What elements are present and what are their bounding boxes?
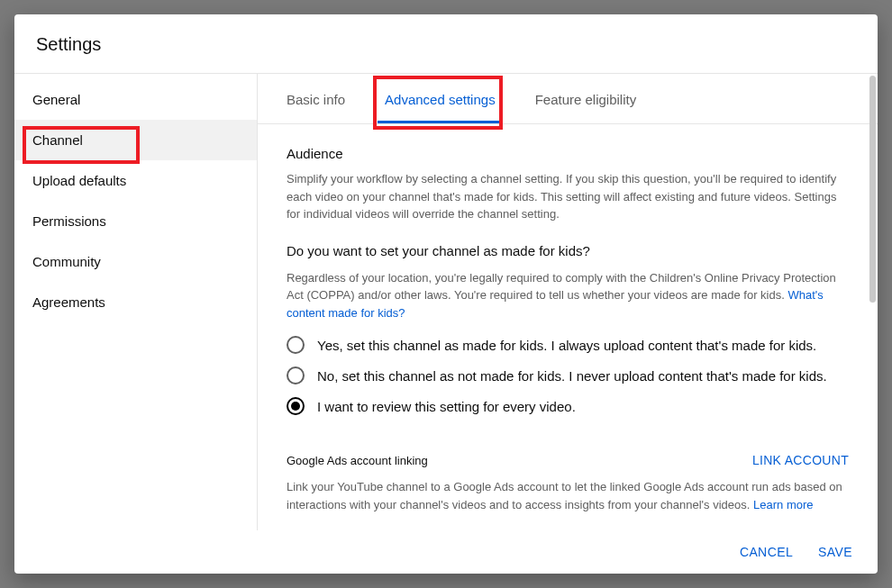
sidebar-item-label: Channel (32, 132, 83, 148)
ads-linking-heading: Google Ads account linking (287, 454, 428, 467)
content-area: Audience Simplify your workflow by selec… (258, 124, 878, 530)
audience-legal-note: Regardless of your location, you're lega… (287, 269, 849, 322)
radio-option-review-each[interactable]: I want to review this setting for every … (287, 397, 849, 415)
settings-dialog: Settings General Channel Upload defaults… (14, 14, 878, 574)
sidebar-item-label: Permissions (32, 213, 106, 229)
tab-label: Feature eligibility (535, 92, 637, 107)
dialog-title: Settings (36, 34, 856, 55)
sidebar-item-label: Community (32, 254, 101, 269)
audience-question: Do you want to set your channel as made … (287, 243, 849, 258)
sidebar-item-label: General (32, 92, 80, 107)
learn-more-link[interactable]: Learn more (753, 498, 813, 511)
sidebar-item-agreements[interactable]: Agreements (14, 282, 257, 322)
radio-label: I want to review this setting for every … (317, 399, 576, 414)
audience-heading: Audience (287, 146, 849, 161)
dialog-footer: CANCEL SAVE (14, 530, 878, 574)
radio-option-yes-for-kids[interactable]: Yes, set this channel as made for kids. … (287, 336, 849, 354)
sidebar-item-label: Agreements (32, 294, 105, 310)
sidebar-item-upload-defaults[interactable]: Upload defaults (14, 160, 257, 201)
radio-icon (287, 366, 305, 384)
sidebar-item-permissions[interactable]: Permissions (14, 201, 257, 241)
radio-label: No, set this channel as not made for kid… (317, 368, 827, 384)
tabs: Basic info Advanced settings Feature eli… (258, 74, 878, 124)
tab-label: Advanced settings (385, 92, 496, 107)
tab-label: Basic info (287, 92, 345, 107)
audience-legal-text: Regardless of your location, you're lega… (287, 271, 836, 303)
sidebar-item-channel[interactable]: Channel (14, 120, 257, 160)
cancel-button[interactable]: CANCEL (740, 545, 793, 559)
ads-linking-description: Link your YouTube channel to a Google Ad… (287, 478, 849, 513)
link-account-button[interactable]: LINK ACCOUNT (752, 453, 849, 467)
settings-sidebar: General Channel Upload defaults Permissi… (14, 74, 258, 530)
dialog-header: Settings (14, 14, 878, 73)
sidebar-item-general[interactable]: General (14, 79, 257, 120)
sidebar-item-label: Upload defaults (32, 173, 126, 188)
dialog-body: General Channel Upload defaults Permissi… (14, 73, 878, 530)
tab-advanced-settings[interactable]: Advanced settings (365, 74, 515, 123)
ads-linking-row: Google Ads account linking LINK ACCOUNT (287, 453, 849, 467)
radio-label: Yes, set this channel as made for kids. … (317, 338, 816, 353)
radio-icon (287, 397, 305, 415)
audience-radio-group: Yes, set this channel as made for kids. … (287, 336, 849, 415)
save-button[interactable]: SAVE (818, 545, 852, 559)
audience-description: Simplify your workflow by selecting a ch… (287, 170, 849, 223)
radio-option-not-for-kids[interactable]: No, set this channel as not made for kid… (287, 366, 849, 384)
tab-basic-info[interactable]: Basic info (267, 74, 365, 123)
main-panel: Basic info Advanced settings Feature eli… (258, 74, 878, 530)
tab-feature-eligibility[interactable]: Feature eligibility (515, 74, 657, 123)
scrollbar[interactable] (869, 76, 876, 303)
radio-icon (287, 336, 305, 354)
sidebar-item-community[interactable]: Community (14, 241, 257, 282)
